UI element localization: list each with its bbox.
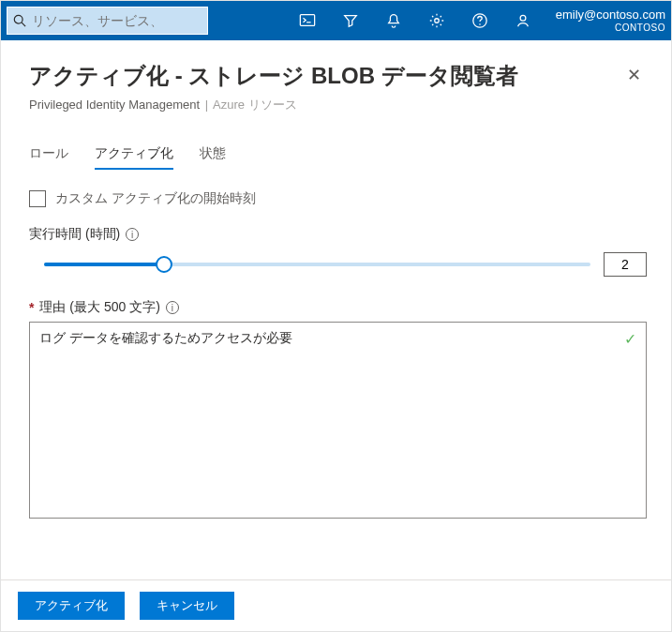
tabs: ロール アクティブ化 状態	[29, 145, 647, 170]
search-box[interactable]	[7, 7, 208, 35]
tab-activate[interactable]: アクティブ化	[95, 145, 173, 170]
page-title: アクティブ化 - ストレージ BLOB データ閲覧者	[29, 61, 518, 91]
account-email: emily@contoso.com	[556, 8, 665, 23]
search-icon	[13, 14, 26, 27]
settings-icon[interactable]	[415, 1, 458, 40]
directory-filter-icon[interactable]	[329, 1, 372, 40]
svg-point-4	[435, 19, 440, 23]
cancel-button[interactable]: キャンセル	[140, 592, 234, 620]
close-icon[interactable]: ✕	[621, 61, 647, 89]
duration-label-row: 実行時間 (時間) i	[29, 226, 647, 243]
breadcrumb-resource: Azure リソース	[213, 98, 297, 112]
main-panel: アクティブ化 - ストレージ BLOB データ閲覧者 ✕ Privileged …	[1, 40, 671, 631]
search-input[interactable]	[32, 13, 202, 28]
reason-textarea[interactable]	[30, 323, 646, 518]
footer: アクティブ化 キャンセル	[1, 579, 671, 631]
svg-point-7	[520, 15, 526, 21]
duration-label: 実行時間 (時間)	[29, 226, 120, 243]
top-bar: emily@contoso.com CONTOSO	[1, 1, 671, 40]
account-org: CONTOSO	[556, 23, 665, 34]
notifications-icon[interactable]	[372, 1, 415, 40]
info-icon[interactable]: i	[126, 228, 139, 241]
tab-status[interactable]: 状態	[200, 145, 226, 170]
help-icon[interactable]	[458, 1, 501, 40]
feedback-icon[interactable]	[501, 1, 545, 40]
duration-slider[interactable]	[29, 256, 590, 273]
svg-point-0	[14, 15, 22, 23]
topbar-icons: emily@contoso.com CONTOSO	[286, 1, 671, 40]
activate-button[interactable]: アクティブ化	[18, 592, 125, 620]
breadcrumb: Privileged Identity Management | Azure リ…	[29, 97, 647, 113]
svg-line-1	[22, 23, 25, 26]
breadcrumb-pim: Privileged Identity Management	[29, 98, 200, 112]
reason-label-row: * 理由 (最大 500 文字) i	[29, 299, 647, 316]
tab-roles[interactable]: ロール	[29, 145, 68, 170]
reason-field: ✓	[29, 322, 647, 519]
check-icon: ✓	[624, 330, 636, 348]
svg-rect-2	[300, 15, 314, 26]
custom-start-checkbox[interactable]	[29, 190, 46, 207]
account-info[interactable]: emily@contoso.com CONTOSO	[545, 8, 671, 34]
svg-point-6	[479, 23, 481, 25]
cloud-shell-icon[interactable]	[286, 1, 329, 40]
info-icon[interactable]: i	[166, 301, 179, 314]
reason-label: 理由 (最大 500 文字)	[39, 299, 159, 316]
duration-input[interactable]	[604, 252, 647, 277]
required-asterisk: *	[29, 300, 34, 315]
custom-start-label: カスタム アクティブ化の開始時刻	[55, 190, 256, 207]
